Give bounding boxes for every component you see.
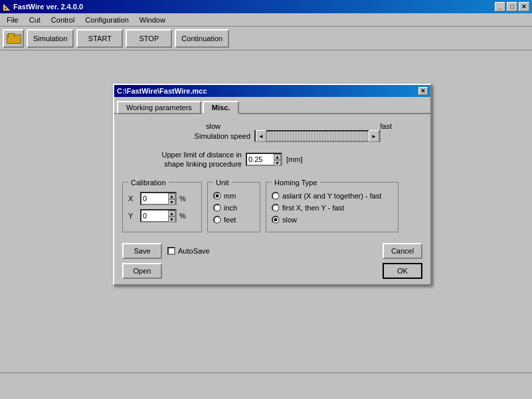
autosave-checkbox-item[interactable]: AutoSave (167, 247, 210, 255)
tabs-row: Working parameters Misc. (114, 97, 430, 114)
slider-left-button[interactable]: ◄ (256, 130, 266, 142)
open-button[interactable]: Open (122, 263, 162, 279)
unit-legend: Unit (213, 179, 232, 187)
dialog-title-text: C:\FastWire\FastWire.mcc (117, 87, 207, 95)
unit-inch-radio[interactable] (213, 204, 221, 212)
continuation-button[interactable]: Continuation (175, 29, 229, 48)
unit-inch-item[interactable]: inch (213, 204, 254, 212)
menu-bar: File Cut Control Configuration Window (0, 13, 532, 27)
homing-firstx-radio[interactable] (272, 204, 280, 212)
homing-radio-group: aslant (X and Y together) - fast first X… (272, 192, 393, 224)
slider-track[interactable] (266, 131, 369, 141)
tab-content-misc: slow fast Simulation speed ◄ ► Upper lim… (114, 114, 430, 240)
slow-label: slow (206, 122, 221, 130)
menu-cut[interactable]: Cut (25, 15, 44, 25)
tab-working-parameters[interactable]: Working parameters (117, 101, 201, 114)
main-area: C:\FastWire\FastWire.mcc ✕ Working param… (0, 50, 532, 386)
fast-label: fast (380, 122, 392, 130)
homing-aslant-item[interactable]: aslant (X and Y together) - fast (272, 192, 393, 200)
calibration-legend: Calibration (128, 179, 169, 187)
simulation-speed-label: Simulation speed (164, 132, 250, 140)
dialog-close-button[interactable]: ✕ (418, 87, 428, 95)
calib-y-up[interactable]: ▲ (168, 210, 175, 216)
unit-group: Unit mm inch feet (207, 179, 260, 232)
menu-configuration[interactable]: Configuration (81, 15, 132, 25)
unit-feet-radio[interactable] (213, 216, 221, 224)
calib-y-label: Y (128, 212, 137, 220)
autosave-label: AutoSave (178, 247, 210, 255)
menu-window[interactable]: Window (135, 15, 169, 25)
upper-limit-label: Upper limit of distance inshape linking … (122, 150, 242, 169)
unit-mm-label: mm (224, 192, 236, 200)
calib-x-up[interactable]: ▲ (168, 193, 175, 199)
cancel-button[interactable]: Cancel (383, 243, 422, 259)
close-button[interactable]: ✕ (519, 2, 529, 11)
dialog: C:\FastWire\FastWire.mcc ✕ Working param… (113, 84, 432, 285)
open-folder-button[interactable] (3, 29, 24, 48)
calib-x-down[interactable]: ▼ (168, 199, 175, 205)
status-bar (0, 372, 532, 386)
unit-mm-item[interactable]: mm (213, 192, 254, 200)
upper-limit-unit: [mm] (286, 155, 302, 163)
autosave-checkbox[interactable] (167, 247, 175, 255)
minimize-button[interactable]: _ (495, 2, 505, 11)
calibration-x-row: X ▲ ▼ % (128, 192, 196, 205)
app-icon: 📐 (3, 3, 11, 11)
menu-file[interactable]: File (3, 15, 23, 25)
calib-y-input[interactable] (141, 210, 168, 221)
simulation-button[interactable]: Simulation (27, 29, 74, 48)
slider-right-button[interactable]: ► (369, 130, 379, 142)
unit-radio-group: mm inch feet (213, 192, 254, 224)
tab-misc[interactable]: Misc. (203, 101, 240, 114)
calib-x-input[interactable] (141, 193, 168, 204)
menu-control[interactable]: Control (47, 15, 78, 25)
homing-aslant-label: aslant (X and Y together) - fast (282, 192, 381, 200)
homing-type-legend: Homing Type (272, 179, 320, 187)
ok-button[interactable]: OK (383, 263, 422, 279)
unit-inch-label: inch (224, 204, 237, 212)
dialog-title-bar: C:\FastWire\FastWire.mcc ✕ (114, 85, 430, 97)
title-bar: 📐 FastWire ver. 2.4.0.0 _ □ ✕ (0, 0, 532, 13)
calib-x-spinbox[interactable]: ▲ ▼ (140, 192, 177, 205)
homing-slow-item[interactable]: slow (272, 216, 393, 224)
calibration-group: Calibration X ▲ ▼ % Y (122, 179, 202, 232)
calib-y-down[interactable]: ▼ (168, 216, 175, 222)
maximize-button[interactable]: □ (507, 2, 517, 11)
calibration-y-row: Y ▲ ▼ % (128, 209, 196, 222)
homing-firstx-label: first X, then Y - fast (282, 204, 344, 212)
unit-feet-label: feet (224, 216, 236, 224)
homing-type-group: Homing Type aslant (X and Y together) - … (266, 179, 399, 232)
folder-icon (7, 33, 20, 44)
stop-button[interactable]: STOP (126, 29, 172, 48)
upper-limit-spinbox[interactable]: ▲ ▼ (246, 153, 282, 166)
homing-slow-label: slow (282, 216, 297, 224)
groups-row: Calibration X ▲ ▼ % Y (122, 179, 422, 232)
calib-x-unit: % (179, 195, 186, 202)
unit-feet-item[interactable]: feet (213, 216, 254, 224)
upper-limit-up[interactable]: ▲ (274, 154, 281, 160)
calib-x-label: X (128, 195, 137, 202)
calib-y-spinbox[interactable]: ▲ ▼ (140, 209, 177, 222)
homing-aslant-radio[interactable] (272, 192, 280, 200)
start-button[interactable]: START (76, 29, 123, 48)
upper-limit-input[interactable] (247, 154, 274, 165)
app-title: FastWire ver. 2.4.0.0 (13, 3, 83, 11)
save-button[interactable]: Save (122, 243, 162, 259)
upper-limit-down[interactable]: ▼ (274, 160, 281, 166)
toolbar: Simulation START STOP Continuation (0, 27, 532, 50)
homing-firstx-item[interactable]: first X, then Y - fast (272, 204, 393, 212)
calib-y-unit: % (179, 212, 186, 220)
unit-mm-radio[interactable] (213, 192, 221, 200)
homing-slow-radio[interactable] (272, 216, 280, 224)
